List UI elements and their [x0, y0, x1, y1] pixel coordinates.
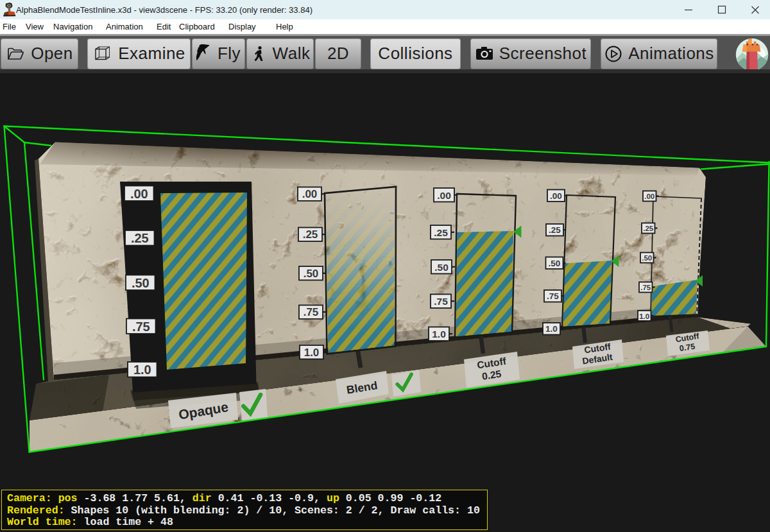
svg-text:.00: .00 [437, 190, 451, 201]
svg-text:.25: .25 [131, 231, 149, 245]
svg-text:1.0: 1.0 [545, 324, 558, 334]
svg-text:.00: .00 [130, 187, 148, 201]
svg-text:1.0: 1.0 [432, 329, 446, 339]
svg-text:.00: .00 [550, 191, 562, 201]
svg-text:.25: .25 [434, 227, 448, 238]
svg-text:.00: .00 [644, 193, 654, 200]
svg-text:.50: .50 [304, 268, 319, 280]
svg-text:1.0: 1.0 [639, 313, 649, 320]
svg-text:.25: .25 [549, 225, 561, 235]
svg-text:.50: .50 [642, 254, 652, 262]
svg-text:.00: .00 [302, 188, 318, 200]
svg-text:.75: .75 [640, 284, 651, 291]
svg-text:1.0: 1.0 [304, 347, 320, 359]
svg-text:.50: .50 [132, 276, 150, 290]
svg-text:.75: .75 [132, 320, 150, 334]
svg-text:.50: .50 [549, 259, 561, 268]
svg-text:.75: .75 [547, 291, 559, 301]
svg-text:.25: .25 [643, 225, 654, 232]
svg-text:.50: .50 [434, 262, 449, 273]
svg-text:.75: .75 [304, 306, 319, 318]
svg-text:.75: .75 [434, 296, 448, 307]
svg-text:.25: .25 [303, 228, 318, 241]
svg-text:1.0: 1.0 [133, 363, 151, 377]
